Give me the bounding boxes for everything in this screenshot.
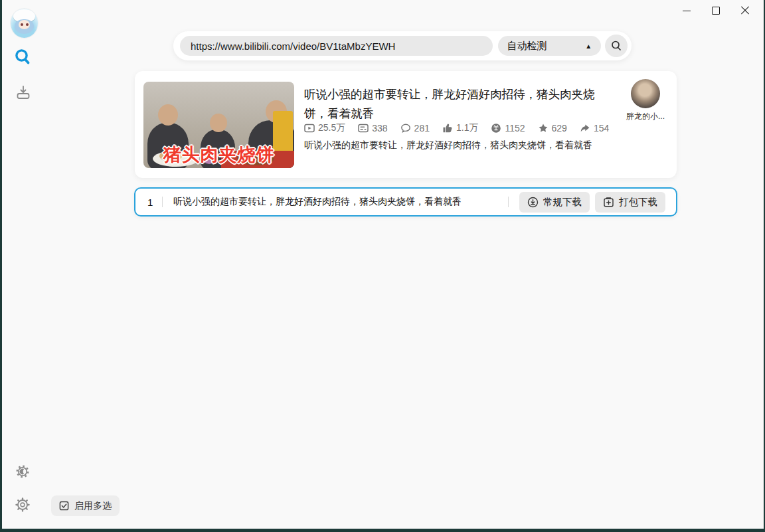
stat-play-count: 25.5万 [304, 122, 345, 134]
stat-favorite-count: 629 [538, 123, 567, 133]
chevron-up-icon: ▲ [585, 43, 592, 50]
close-button[interactable] [730, 0, 760, 21]
video-card: 猪头肉夹烧饼 听说小强的超市要转让，胖龙好酒好肉招待，猪头肉夹烧饼，看着就香 2… [135, 71, 677, 178]
download-icon [15, 84, 32, 101]
divider [162, 197, 163, 207]
play-count-icon [304, 123, 315, 133]
row-index: 1 [147, 197, 162, 208]
app-window: 自动检测 ▲ 猪头肉夹烧饼 听说小强的超市要转让，胖龙好酒好肉招 [0, 0, 765, 532]
settings-gear-icon [15, 497, 30, 512]
search-icon [610, 40, 622, 52]
maximize-icon [712, 7, 720, 15]
enable-multiselect-button[interactable]: 启用多选 [51, 495, 120, 516]
uploader-name: 胖龙的小... [622, 111, 669, 122]
sidebar-item-theme[interactable] [15, 464, 30, 479]
minimize-icon [683, 11, 691, 11]
stat-comment-count: 281 [400, 123, 430, 133]
share-icon [580, 123, 590, 133]
window-controls [672, 0, 760, 21]
detect-mode-dropdown[interactable]: 自动检测 ▲ [498, 36, 602, 56]
maximize-button[interactable] [701, 0, 730, 21]
search-submit-button[interactable] [605, 35, 628, 57]
theme-icon [15, 464, 30, 479]
stat-danmaku-count: 338 [358, 123, 387, 133]
video-thumbnail[interactable]: 猪头肉夹烧饼 [143, 82, 294, 168]
stat-coin-count: 1152 [491, 123, 525, 133]
sidebar-item-downloads[interactable] [15, 84, 32, 101]
minimize-button[interactable] [672, 0, 701, 21]
favorite-icon [538, 123, 549, 133]
video-description: 听说小强的超市要转让，胖龙好酒好肉招待，猪头肉夹烧饼，看着就香 [304, 139, 689, 151]
divider [508, 197, 509, 207]
uploader-avatar[interactable] [631, 79, 660, 108]
stat-share-count: 154 [580, 123, 609, 133]
app-avatar[interactable] [11, 9, 38, 38]
regular-download-button[interactable]: 常规下载 [519, 192, 590, 213]
url-bar: 自动检测 ▲ [173, 31, 632, 60]
video-title[interactable]: 听说小强的超市要转让，胖龙好酒好肉招待，猪头肉夹烧饼，看着就香 [304, 85, 615, 124]
row-title: 听说小强的超市要转让，胖龙好酒好肉招待，猪头肉夹烧饼，看着就香 [173, 196, 462, 208]
close-icon [740, 6, 750, 15]
download-row[interactable]: 1 听说小强的超市要转让，胖龙好酒好肉招待，猪头肉夹烧饼，看着就香 常规下载 打… [134, 187, 677, 217]
download-circle-icon [527, 197, 539, 208]
danmaku-icon [358, 123, 369, 133]
detect-mode-label: 自动检测 [507, 40, 547, 52]
like-icon [442, 123, 453, 133]
package-download-button[interactable]: 打包下载 [595, 192, 665, 213]
sidebar-item-settings[interactable] [15, 497, 30, 512]
stat-like-count: 1.1万 [442, 122, 478, 134]
search-icon [13, 48, 32, 66]
uploader[interactable]: 胖龙的小... [622, 79, 669, 122]
checkbox-checked-icon [59, 501, 69, 511]
url-input[interactable] [180, 36, 493, 56]
sidebar-item-search[interactable] [13, 48, 32, 66]
video-stats-row: 25.5万 338 281 [304, 122, 609, 134]
comment-icon [400, 123, 411, 133]
package-plus-icon [603, 197, 614, 208]
coin-icon [491, 123, 501, 133]
thumbnail-overlay-text: 猪头肉夹烧饼 [143, 143, 294, 167]
